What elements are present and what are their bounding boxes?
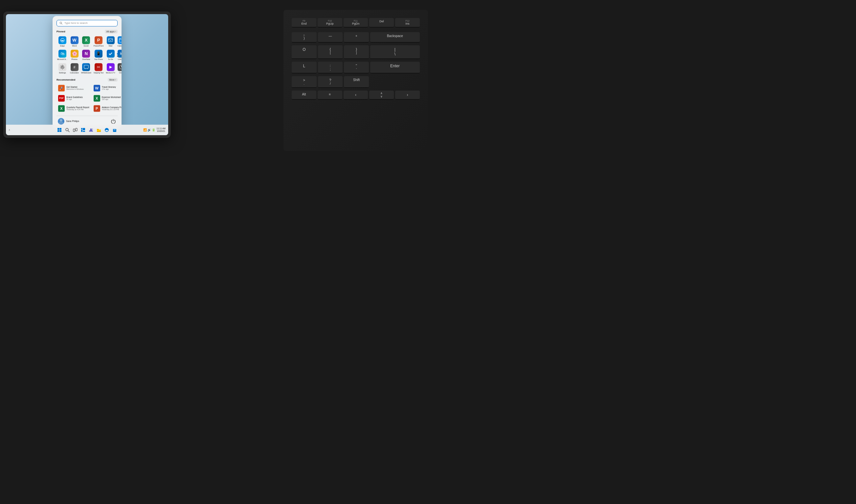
- rec-payroll[interactable]: X Quarterly Payroll Report Yesterday at …: [56, 104, 91, 113]
- app-edge[interactable]: Edge: [56, 35, 68, 48]
- user-info[interactable]: Sara Philips: [58, 118, 79, 124]
- app-mail[interactable]: Mail: [105, 35, 116, 48]
- app-clock[interactable]: Clock: [117, 62, 122, 74]
- movies-label: Movies & TV: [106, 72, 115, 73]
- key-end[interactable]: F9 End: [292, 18, 316, 28]
- app-whiteboard[interactable]: Whiteboard: [81, 62, 92, 74]
- photos-label: Photos: [71, 58, 78, 60]
- mail-label: Mail: [109, 44, 112, 47]
- key-alt[interactable]: Alt: [292, 91, 316, 100]
- screen-device: Type here to search Pinned All apps ›: [3, 12, 171, 138]
- taskbar-search[interactable]: [64, 127, 71, 133]
- app-phone[interactable]: 📱 Your Phone: [93, 49, 104, 61]
- app-powerpoint[interactable]: P PowerPoint: [93, 35, 104, 48]
- svg-rect-19: [60, 130, 62, 132]
- app-photos[interactable]: 🌸 Photos: [69, 49, 80, 61]
- ppt-icon: P: [95, 36, 102, 44]
- user-name: Sara Philips: [66, 120, 79, 123]
- app-settings[interactable]: Settings: [56, 62, 68, 74]
- get-started-subtitle: Welcome to Windows: [66, 88, 89, 90]
- app-movies[interactable]: ▶ Movies & TV: [105, 62, 116, 74]
- app-calculator[interactable]: # Calculator: [69, 62, 80, 74]
- key-open-brace[interactable]: { [: [318, 45, 343, 59]
- wifi-icon: 📶: [143, 128, 147, 131]
- travel-time: 17m ago: [102, 88, 122, 90]
- calendar-icon: [118, 36, 122, 44]
- app-word[interactable]: W Word: [69, 35, 80, 48]
- taskbar-time[interactable]: 11:11 AM 10/20/21: [157, 127, 166, 133]
- app-snipping[interactable]: ✂ Snipping Tool: [93, 62, 104, 74]
- expense-title: Expense Worksheet: [102, 96, 122, 98]
- start-button[interactable]: [56, 127, 63, 133]
- key-pgup[interactable]: F10 PgUp: [318, 18, 342, 28]
- all-apps-button[interactable]: All apps ›: [105, 30, 118, 33]
- key-ins[interactable]: F12 Ins: [395, 18, 420, 28]
- payroll-title: Quarterly Payroll Report: [66, 106, 89, 109]
- rec-travel[interactable]: W Travel Itinerary 17m ago: [92, 83, 122, 92]
- expense-text: Expense Worksheet 12h ago: [102, 96, 122, 101]
- travel-icon: W: [93, 85, 100, 91]
- pinned-grid: Edge W Word X: [56, 35, 115, 74]
- keyboard-row4: L : ; " ' Enter: [288, 60, 423, 75]
- search-icon: [59, 21, 63, 24]
- search-bar[interactable]: Type here to search: [56, 20, 118, 26]
- key-plus[interactable]: +: [344, 32, 369, 43]
- key-backslash[interactable]: |\: [370, 45, 420, 59]
- key-updown[interactable]: ∧ ∨: [369, 91, 394, 100]
- file-explorer[interactable]: [96, 127, 102, 133]
- key-shift[interactable]: Shift: [344, 76, 369, 88]
- widgets[interactable]: [80, 127, 86, 133]
- rec-brand[interactable]: PDF Brand Guidelines 2h ago: [56, 93, 91, 103]
- rec-adatum[interactable]: P Adatum Company Profile Yesterday at 1:…: [92, 104, 122, 113]
- key-menu[interactable]: ≡: [318, 91, 342, 100]
- pinned-area: Edge W Word X: [56, 35, 118, 74]
- key-right[interactable]: ›: [395, 91, 420, 100]
- svg-point-31: [105, 130, 108, 131]
- whiteboard-label: Whiteboard: [81, 72, 91, 73]
- snipping-icon: ✂: [95, 63, 102, 71]
- rec-expense[interactable]: X Expense Worksheet 12h ago: [92, 93, 122, 103]
- teams[interactable]: [88, 127, 94, 133]
- key-backspace[interactable]: Backspace: [370, 32, 420, 43]
- key-pgdn[interactable]: F11 PgDn: [344, 18, 368, 28]
- taskbar-store[interactable]: [112, 127, 118, 133]
- adatum-title: Adatum Company Profile: [102, 106, 122, 109]
- key-gt[interactable]: > .: [292, 76, 316, 88]
- key-close-paren[interactable]: 0 ): [292, 32, 316, 43]
- key-question[interactable]: ? /: [318, 76, 343, 88]
- settings-label: Settings: [59, 72, 66, 73]
- keyboard-grid: F9 End F10 PgUp F11 PgDn Del F12 Ins: [288, 15, 423, 31]
- svg-rect-16: [57, 128, 59, 130]
- key-close-brace[interactable]: } ]: [344, 45, 369, 59]
- key-semicolon[interactable]: : ;: [318, 62, 343, 73]
- edge-icon: [58, 36, 66, 44]
- get-started-title: Get Started: [66, 86, 89, 88]
- key-left[interactable]: ‹: [344, 91, 368, 100]
- screen-bezel: Type here to search Pinned All apps ›: [6, 14, 168, 135]
- svg-rect-3: [108, 39, 113, 42]
- app-excel[interactable]: X Excel: [81, 35, 92, 48]
- store-icon: 🛍: [58, 50, 66, 57]
- taskbar-date: 10/20/21: [157, 130, 166, 132]
- power-button[interactable]: [110, 118, 116, 124]
- rec-get-started[interactable]: 🚀 Get Started Welcome to Windows: [56, 83, 91, 92]
- key-l[interactable]: L: [292, 62, 316, 73]
- dot-1: [117, 53, 118, 54]
- app-store[interactable]: 🛍 Microsoft Store: [56, 49, 68, 61]
- app-onenote[interactable]: N OneNote: [81, 49, 92, 61]
- adatum-text: Adatum Company Profile Yesterday at 1:15…: [102, 106, 122, 111]
- key-minus[interactable]: —: [318, 32, 343, 43]
- key-o[interactable]: O: [292, 45, 316, 59]
- taskbar-edge[interactable]: [103, 127, 110, 133]
- taskbar-center: [56, 127, 118, 133]
- app-todo[interactable]: To Do: [105, 49, 116, 61]
- more-button[interactable]: More ›: [108, 78, 118, 82]
- app-calendar[interactable]: Calendar: [117, 35, 122, 48]
- key-enter[interactable]: Enter: [370, 62, 420, 73]
- task-view[interactable]: [72, 127, 79, 133]
- svg-rect-33: [114, 130, 116, 130]
- key-del[interactable]: Del: [369, 18, 394, 28]
- key-quote[interactable]: " ': [344, 62, 369, 73]
- user-avatar: [58, 118, 64, 124]
- word-icon: W: [71, 36, 79, 44]
